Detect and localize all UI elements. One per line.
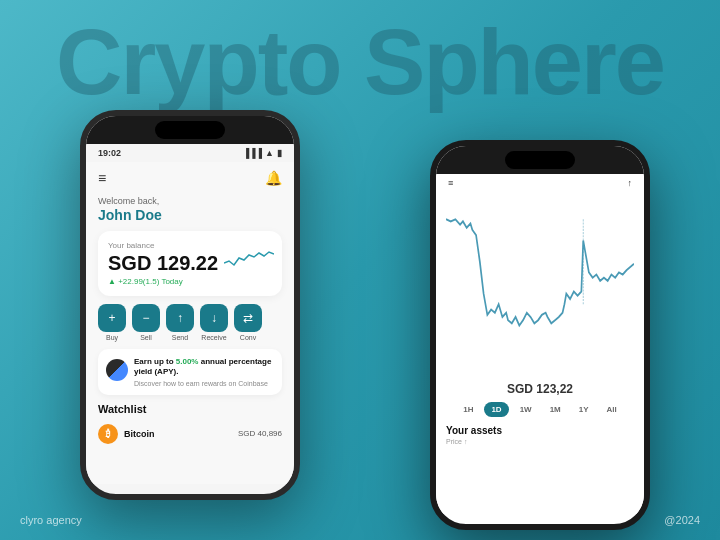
balance-change: ▲ +22.99(1.5) Today [108, 277, 272, 286]
mini-chart [224, 243, 274, 273]
footer-agency: clyro agency [20, 514, 82, 526]
period-1h[interactable]: 1H [456, 402, 480, 417]
period-all[interactable]: All [600, 402, 624, 417]
receive-icon: ↓ [200, 304, 228, 332]
phone-right-content: SGD 123,22 1H 1D 1W 1M 1Y All Your asset… [436, 192, 644, 514]
convert-button[interactable]: ⇄ Conv [234, 304, 262, 341]
watchlist-title: Watchlist [98, 403, 282, 415]
dynamic-island-right [505, 151, 575, 169]
action-buttons: + Buy − Sell ↑ Send ↓ Receive ⇄ Conv [98, 304, 282, 341]
status-time: 19:02 [98, 148, 121, 158]
phones-wrapper: 19:02 ▐▐▐ ▲ ▮ ≡ 🔔 Welcome back, John Doe… [60, 80, 660, 520]
price-label-row: Price ↑ [446, 438, 634, 445]
receive-label: Receive [201, 334, 226, 341]
status-icons: ▐▐▐ ▲ ▮ [243, 148, 282, 158]
earn-icon [106, 359, 128, 381]
time-periods: 1H 1D 1W 1M 1Y All [446, 402, 634, 417]
earn-subtitle: Discover how to earn rewards on Coinbase [134, 380, 274, 387]
bitcoin-price: SGD 40,896 [238, 429, 282, 438]
status-bar-right: ≡ ↑ [436, 174, 644, 192]
receive-button[interactable]: ↓ Receive [200, 304, 228, 341]
bitcoin-icon: ₿ [98, 424, 118, 444]
battery-icon: ▮ [277, 148, 282, 158]
wifi-icon: ▲ [265, 148, 274, 158]
phone-left-notch [86, 116, 294, 144]
period-1d[interactable]: 1D [484, 402, 508, 417]
balance-card: Your balance SGD 129.22 ▲ +22.99(1.5) To… [98, 231, 282, 296]
earn-highlight: 5.00% [176, 357, 199, 366]
chart-price: SGD 123,22 [446, 382, 634, 396]
phone-right-notch [436, 146, 644, 174]
hamburger-icon[interactable]: ≡ [98, 170, 106, 186]
footer-year: @2024 [664, 514, 700, 526]
change-arrow: ▲ [108, 277, 116, 286]
chart-area [446, 198, 634, 378]
user-name: John Doe [98, 207, 282, 223]
phone-left-content: ≡ 🔔 Welcome back, John Doe Your balance … [86, 162, 294, 484]
dynamic-island-left [155, 121, 225, 139]
change-value: +22.99(1.5) Today [118, 277, 183, 286]
earn-section[interactable]: Earn up to 5.00% annual percentage yield… [98, 349, 282, 395]
price-chart [446, 198, 634, 368]
sell-label: Sell [140, 334, 152, 341]
buy-button[interactable]: + Buy [98, 304, 126, 341]
phone-right: ≡ ↑ SGD 123,22 1H 1D 1W 1M 1Y [430, 140, 650, 530]
bell-icon[interactable]: 🔔 [265, 170, 282, 186]
status-bar-left: 19:02 ▐▐▐ ▲ ▮ [86, 144, 294, 162]
send-label: Send [172, 334, 188, 341]
watchlist-item[interactable]: ₿ Bitcoin SGD 40,896 [98, 420, 282, 448]
earn-text: Earn up to 5.00% annual percentage yield… [134, 357, 274, 387]
convert-icon: ⇄ [234, 304, 262, 332]
share-icon[interactable]: ↑ [628, 178, 633, 188]
send-icon: ↑ [166, 304, 194, 332]
send-button[interactable]: ↑ Send [166, 304, 194, 341]
signal-icon: ▐▐▐ [243, 148, 262, 158]
sell-icon: − [132, 304, 160, 332]
buy-label: Buy [106, 334, 118, 341]
top-nav-left: ≡ 🔔 [98, 170, 282, 186]
period-1m[interactable]: 1M [543, 402, 568, 417]
period-1w[interactable]: 1W [513, 402, 539, 417]
bitcoin-name: Bitcoin [124, 429, 155, 439]
sell-button[interactable]: − Sell [132, 304, 160, 341]
status-icons-right: ≡ [448, 178, 453, 188]
welcome-text: Welcome back, [98, 196, 282, 206]
buy-icon: + [98, 304, 126, 332]
earn-title: Earn up to 5.00% annual percentage yield… [134, 357, 274, 378]
period-1y[interactable]: 1Y [572, 402, 596, 417]
convert-label: Conv [240, 334, 256, 341]
phone-left: 19:02 ▐▐▐ ▲ ▮ ≡ 🔔 Welcome back, John Doe… [80, 110, 300, 500]
your-assets-label: Your assets [446, 425, 634, 436]
